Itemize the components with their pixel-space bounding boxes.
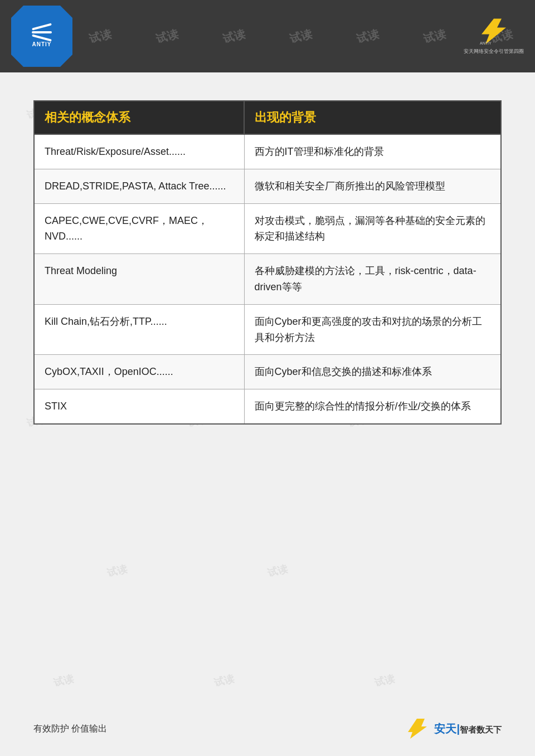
table-cell-concept: Threat Modeling <box>34 254 244 305</box>
body-watermark-12: 试读 <box>52 672 75 690</box>
logo-text: ANTIY <box>32 41 52 47</box>
logo-line-2 <box>32 31 52 33</box>
table-cell-concept: Threat/Risk/Exposure/Asset...... <box>34 134 244 169</box>
table-row: CAPEC,CWE,CVE,CVRF，MAEC，NVD......对攻击模式，脆… <box>34 203 501 254</box>
footer-logo-name: 安天|智者数天下 <box>434 721 502 737</box>
body-watermark-14: 试读 <box>373 672 396 690</box>
table-cell-background: 面向Cyber和更高强度的攻击和对抗的场景的分析工具和分析方法 <box>244 304 501 355</box>
watermark-7: 试读 <box>422 26 448 46</box>
logo-lines <box>32 26 52 39</box>
watermark-6: 试读 <box>355 26 381 46</box>
table-cell-background: 微软和相关安全厂商所推出的风险管理模型 <box>244 169 501 203</box>
svg-text:ANTIY: ANTIY <box>480 41 492 45</box>
footer: 有效防护 价值输出 安天|智者数天下 <box>0 718 535 739</box>
watermark-3: 试读 <box>154 26 180 46</box>
table-cell-concept: CAPEC,CWE,CVE,CVRF，MAEC，NVD...... <box>34 203 244 254</box>
table-cell-background: 对攻击模式，脆弱点，漏洞等各种基础的安全元素的标定和描述结构 <box>244 203 501 254</box>
table-cell-concept: CybOX,TAXII，OpenIOC...... <box>34 355 244 389</box>
watermark-4: 试读 <box>221 26 247 46</box>
concepts-table: 相关的概念体系 出现的背景 Threat/Risk/Exposure/Asset… <box>33 100 502 425</box>
right-logo-subtext: 安天网络安全令引管第四圈 <box>464 48 524 55</box>
right-logo-icon: ANTIY <box>477 18 510 46</box>
footer-tagline: 有效防护 价值输出 <box>33 723 107 735</box>
table-row: CybOX,TAXII，OpenIOC......面向Cyber和信息交换的描述… <box>34 355 501 389</box>
body-watermark-13: 试读 <box>213 672 236 690</box>
logo-line-1 <box>32 23 52 30</box>
col1-header: 相关的概念体系 <box>34 101 244 134</box>
svg-marker-2 <box>408 719 427 739</box>
watermark-5: 试读 <box>288 26 314 46</box>
table-row: Threat/Risk/Exposure/Asset......西方的IT管理和… <box>34 134 501 169</box>
table-cell-concept: Kill Chain,钻石分析,TTP...... <box>34 304 244 355</box>
col2-header: 出现的背景 <box>244 101 501 134</box>
watermark-2: 试读 <box>87 26 113 46</box>
header-watermarks: 试读 试读 试读 试读 试读 试读 试读 试读 <box>0 0 535 72</box>
logo-line-3 <box>32 34 52 41</box>
table-cell-concept: DREAD,STRIDE,PASTA, Attack Tree...... <box>34 169 244 203</box>
footer-logo: 安天|智者数天下 <box>405 718 502 739</box>
table-cell-background: 西方的IT管理和标准化的背景 <box>244 134 501 169</box>
table-row: Threat Modeling各种威胁建模的方法论，工具，risk-centri… <box>34 254 501 305</box>
table-cell-background: 面向Cyber和信息交换的描述和标准体系 <box>244 355 501 389</box>
body-watermark-10: 试读 <box>106 562 129 580</box>
table-cell-concept: STIX <box>34 389 244 424</box>
antiy-logo: ANTIY <box>11 6 72 67</box>
header: 试读 试读 试读 试读 试读 试读 试读 试读 ANTIY ANTIY 安天网络… <box>0 0 535 72</box>
table-cell-background: 各种威胁建模的方法论，工具，risk-centric，data-driven等等 <box>244 254 501 305</box>
body-watermark-11: 试读 <box>266 562 289 580</box>
main-content: 相关的概念体系 出现的背景 Threat/Risk/Exposure/Asset… <box>0 72 535 447</box>
header-right-logo: ANTIY 安天网络安全令引管第四圈 <box>464 18 524 55</box>
table-row: STIX面向更完整的综合性的情报分析/作业/交换的体系 <box>34 389 501 424</box>
footer-logo-icon <box>405 718 430 739</box>
table-cell-background: 面向更完整的综合性的情报分析/作业/交换的体系 <box>244 389 501 424</box>
table-row: DREAD,STRIDE,PASTA, Attack Tree......微软和… <box>34 169 501 203</box>
table-header-row: 相关的概念体系 出现的背景 <box>34 101 501 134</box>
table-row: Kill Chain,钻石分析,TTP......面向Cyber和更高强度的攻击… <box>34 304 501 355</box>
